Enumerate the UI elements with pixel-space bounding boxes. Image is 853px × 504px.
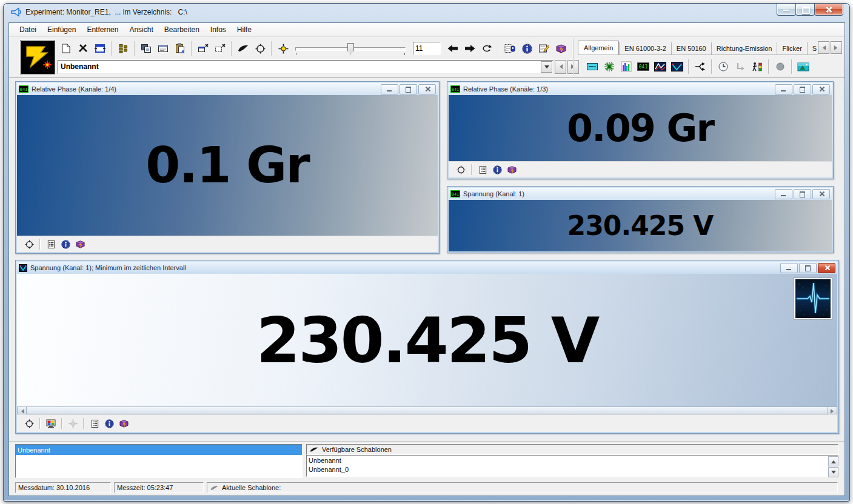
main-titlebar[interactable]: Experiment: Monitor_RE1, ... im Verzeich… <box>4 4 849 21</box>
menu-bearbeiten[interactable]: Bearbeiten <box>159 24 205 35</box>
w1-titlebar[interactable]: 041 Relative Phase (Kanäle: 1/4) <box>17 83 438 95</box>
info-button[interactable] <box>518 40 535 57</box>
branch-button[interactable] <box>692 58 709 75</box>
scrollbar-thumb[interactable] <box>27 406 828 414</box>
combo-dropdown-button[interactable] <box>541 61 552 73</box>
slider-thumb[interactable] <box>347 43 354 55</box>
w4-horizontal-scrollbar[interactable] <box>17 406 837 414</box>
svg-text:041: 041 <box>639 64 648 70</box>
scroll-down-button[interactable] <box>828 467 838 477</box>
marker-button[interactable] <box>275 40 292 57</box>
refresh-button[interactable] <box>478 40 495 57</box>
w4-titlebar[interactable]: Spannung (Kanal: 1); Minimum im zeitlich… <box>17 262 837 274</box>
help-book-button[interactable] <box>552 40 569 57</box>
w3-close-button[interactable] <box>812 189 830 199</box>
bar-chart-view-button[interactable] <box>618 58 635 75</box>
marker-button-disabled[interactable] <box>65 417 80 430</box>
image-export-button[interactable] <box>795 58 812 75</box>
arrange-windows-button[interactable] <box>115 40 132 57</box>
list-button[interactable] <box>475 163 490 176</box>
help-book-button[interactable] <box>116 417 131 430</box>
w2-restore-button[interactable] <box>794 84 811 94</box>
w3-minimize-button[interactable] <box>775 189 792 199</box>
page-number-input[interactable] <box>413 42 441 55</box>
tab-en-50160[interactable]: EN 50160 <box>671 42 711 55</box>
copy-image-button[interactable] <box>138 40 155 57</box>
max-curve-view-button[interactable] <box>652 58 669 75</box>
w4-close-button[interactable] <box>818 263 835 273</box>
template-item[interactable]: Unbenannt <box>309 456 838 465</box>
list-button[interactable] <box>44 237 58 251</box>
info-button[interactable] <box>58 237 73 251</box>
template-prev-button[interactable] <box>555 60 566 74</box>
prev-button[interactable] <box>444 40 461 57</box>
tab-allgemein[interactable]: Allgemein <box>578 41 619 55</box>
pen-button[interactable] <box>235 40 252 57</box>
display-settings-button[interactable] <box>44 417 58 430</box>
menu-entfernen[interactable]: Entfernen <box>81 24 124 35</box>
separator <box>711 59 712 74</box>
w1-restore-button[interactable] <box>400 84 417 94</box>
new-document-button[interactable] <box>58 40 75 57</box>
maximize-button[interactable] <box>795 4 815 16</box>
protocol-button[interactable] <box>501 40 518 57</box>
display-view-button[interactable] <box>584 58 601 75</box>
chevron-down-icon <box>544 65 549 71</box>
new-view-button[interactable] <box>195 40 212 57</box>
next-button[interactable] <box>461 40 478 57</box>
template-item[interactable]: Unbenannt_0 <box>309 465 838 474</box>
info-button[interactable] <box>102 417 116 430</box>
w1-close-button[interactable] <box>418 84 436 94</box>
svg-text:041: 041 <box>452 87 460 92</box>
template-combo[interactable]: Unbenannt <box>58 60 554 74</box>
w4-minimize-button[interactable] <box>780 263 798 273</box>
edit-window-button[interactable] <box>92 40 109 57</box>
w2-close-button[interactable] <box>812 84 830 94</box>
selected-template-item[interactable]: Unbenannt <box>16 445 302 455</box>
tab-flicker[interactable]: Flicker <box>777 42 806 55</box>
w1-toolbar <box>17 236 438 252</box>
record-button[interactable] <box>772 58 789 75</box>
list-button[interactable] <box>87 417 102 430</box>
notes-button[interactable] <box>535 40 552 57</box>
copy-view-button[interactable] <box>155 40 172 57</box>
chevron-down-icon <box>831 471 836 476</box>
paste-button[interactable] <box>172 40 189 57</box>
help-book-button[interactable] <box>504 163 519 176</box>
crosshair-button[interactable] <box>453 163 468 176</box>
crosshair-button[interactable] <box>252 40 269 57</box>
menu-datei[interactable]: Datei <box>14 24 42 35</box>
w4-restore-button[interactable] <box>799 263 817 273</box>
tab-richtung-emission[interactable]: Richtung-Emission <box>711 42 777 55</box>
menu-hilfe[interactable]: Hilfe <box>232 24 257 35</box>
position-slider[interactable] <box>295 42 406 55</box>
w2-minimize-button[interactable] <box>775 84 792 94</box>
template-list[interactable]: Unbenannt Unbenannt_0 <box>306 455 838 477</box>
menu-infos[interactable]: Infos <box>205 24 232 35</box>
active-template-list[interactable]: Unbenannt <box>15 444 303 478</box>
help-book-button[interactable] <box>73 237 87 251</box>
tab-en-61000-3-2[interactable]: EN 61000-3-2 <box>619 42 671 55</box>
info-button[interactable] <box>490 163 504 176</box>
digital-view-button[interactable]: 041 <box>635 58 652 75</box>
close-button[interactable] <box>814 4 843 16</box>
spectrum-view-button[interactable] <box>601 58 618 75</box>
w2-titlebar[interactable]: 041 Relative Phase (Kanäle: 1/3) <box>449 83 832 95</box>
delete-button[interactable] <box>75 40 92 57</box>
close-view-button[interactable] <box>212 40 229 57</box>
tab-scroll-right-button[interactable] <box>831 41 842 54</box>
minimize-button[interactable] <box>777 4 796 16</box>
crosshair-button[interactable] <box>22 417 36 430</box>
interval-button[interactable] <box>732 58 749 75</box>
status-button[interactable] <box>749 58 766 75</box>
w1-minimize-button[interactable] <box>381 84 398 94</box>
w3-restore-button[interactable] <box>794 189 811 199</box>
tab-scroll-left-button[interactable] <box>818 41 829 54</box>
min-curve-view-button[interactable] <box>669 58 686 75</box>
w3-titlebar[interactable]: 041 Spannung (Kanal: 1) <box>449 188 832 200</box>
menu-ansicht[interactable]: Ansicht <box>124 24 158 35</box>
crosshair-button[interactable] <box>22 237 36 251</box>
scroll-up-button[interactable] <box>828 456 838 466</box>
menu-einfuegen[interactable]: Einfügen <box>42 24 81 35</box>
clock-button[interactable] <box>715 58 732 75</box>
